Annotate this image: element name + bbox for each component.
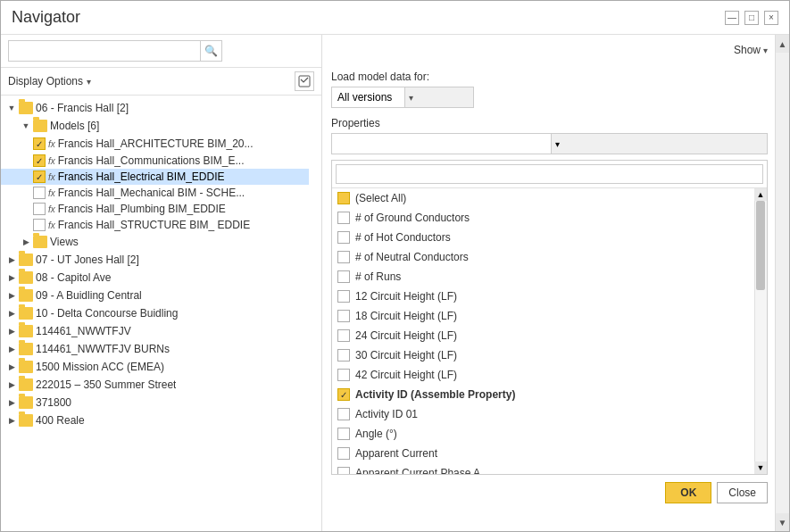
checkbox-activity-id-01[interactable]: [337, 408, 350, 420]
list-item-activity-id[interactable]: ✓ Activity ID (Assemble Property): [332, 385, 767, 404]
tree-item-capitol[interactable]: ▶ 08 - Capitol Ave: [1, 269, 309, 287]
tree-item-models[interactable]: ▼ Models [6]: [1, 117, 309, 135]
checkbox-42circuit[interactable]: [337, 369, 350, 381]
tree-item-comm[interactable]: ✓ fx Francis Hall_Communications BIM_E..…: [1, 153, 309, 169]
checkbox-mech[interactable]: [33, 187, 46, 199]
checkbox-comm[interactable]: ✓: [33, 154, 46, 167]
checkbox-ground-cond[interactable]: [337, 212, 350, 224]
tree-item-arch[interactable]: ✓ fx Francis Hall_ARCHITECTURE BIM_20...: [1, 135, 309, 153]
scroll-up-arrow[interactable]: ▲: [776, 35, 789, 53]
checkbox-plumb[interactable]: [33, 203, 46, 215]
ok-button[interactable]: OK: [665, 482, 711, 503]
tree-label: 1500 Mission ACC (EMEA): [36, 361, 164, 373]
checkbox-24circuit[interactable]: [337, 329, 350, 342]
list-item-neutral-cond[interactable]: # of Neutral Conductors: [332, 247, 767, 267]
maximize-button[interactable]: □: [744, 11, 759, 25]
close-button[interactable]: ×: [764, 11, 778, 25]
list-search-input[interactable]: [336, 164, 763, 184]
show-arrow-icon[interactable]: ▾: [763, 46, 768, 55]
tree-item-222015[interactable]: ▶ 222015 – 350 Summer Street: [1, 376, 309, 394]
list-item-hot-cond[interactable]: # of Hot Conductors: [332, 228, 767, 247]
expand-icon[interactable]: ▼: [4, 101, 19, 115]
expand-icon[interactable]: ▶: [4, 413, 19, 428]
checkbox-30circuit[interactable]: [337, 349, 350, 362]
tree-item-abuidling[interactable]: ▶ 09 - A Buidling Central: [1, 287, 309, 304]
scroll-down-arrow[interactable]: ▼: [776, 513, 789, 531]
expand-icon[interactable]: ▶: [4, 253, 19, 267]
checkbox-select-all[interactable]: [337, 192, 350, 204]
checkbox-activity-id[interactable]: ✓: [337, 388, 350, 401]
expand-icon[interactable]: ▶: [4, 288, 19, 303]
list-item-30circuit[interactable]: 30 Circuit Height (LF): [332, 345, 767, 365]
properties-dropdown[interactable]: ▾: [331, 133, 768, 154]
tree-item-114461burns[interactable]: ▶ 114461_NWWTFJV BURNs: [1, 340, 309, 358]
display-options-button[interactable]: Display Options ▾: [8, 75, 91, 87]
tree-label: 222015 – 350 Summer Street: [36, 378, 176, 391]
search-icon[interactable]: 🔍: [200, 40, 221, 62]
checkbox-angle[interactable]: [337, 428, 350, 440]
list-item-12circuit[interactable]: 12 Circuit Height (LF): [332, 287, 767, 306]
checkbox-runs[interactable]: [337, 270, 350, 283]
checkbox-struct[interactable]: [33, 219, 46, 231]
list-item-activity-id-01[interactable]: Activity ID 01: [332, 404, 767, 424]
tree-item-francis-hall[interactable]: ▼ 06 - Francis Hall [2]: [1, 99, 309, 117]
checkbox-hot-cond[interactable]: [337, 231, 350, 244]
add-icon[interactable]: [295, 71, 314, 91]
expand-icon[interactable]: ▶: [4, 395, 19, 410]
list-item-select-all[interactable]: (Select All): [332, 188, 767, 208]
tree-item-1500mission[interactable]: ▶ 1500 Mission ACC (EMEA): [1, 358, 309, 376]
tree-item-struct[interactable]: fx Francis Hall_STRUCTURE BIM_ EDDIE: [1, 217, 309, 233]
search-box[interactable]: 🔍: [8, 40, 222, 62]
list-scrollbar[interactable]: ▲ ▼: [754, 188, 767, 474]
list-item-ground-cond[interactable]: # of Ground Conductors: [332, 208, 767, 228]
minimize-button[interactable]: —: [725, 11, 739, 25]
properties-section: Properties ▾ (Select All): [331, 117, 768, 475]
tree-item-114461nwwtfjv[interactable]: ▶ 114461_NWWTFJV: [1, 322, 309, 340]
left-panel: 🔍 Display Options ▾: [1, 35, 322, 531]
list-item-18circuit[interactable]: 18 Circuit Height (LF): [332, 306, 767, 326]
version-select[interactable]: All versions ▾: [331, 87, 474, 108]
checkbox-apparent-phase-a[interactable]: [337, 467, 350, 474]
navigator-window: Navigator — □ × 🔍 Display Options ▾: [0, 0, 790, 532]
tree-item-371800[interactable]: ▶ 371800: [1, 394, 309, 411]
show-label: Show: [734, 44, 761, 56]
tree-item-delta[interactable]: ▶ 10 - Delta Concourse Buidling: [1, 304, 309, 322]
expand-icon[interactable]: ▶: [4, 306, 19, 320]
checkbox-arch[interactable]: ✓: [33, 137, 46, 150]
tree-container[interactable]: ▼ 06 - Francis Hall [2] ▼ Models [6]: [1, 96, 321, 531]
tree-item-elec[interactable]: ✓ fx Francis Hall_Electrical BIM_EDDIE: [1, 169, 309, 185]
tree-item-mech[interactable]: fx Francis Hall_Mechanical BIM - SCHE...: [1, 185, 309, 201]
tree-item-views[interactable]: ▶ Views: [1, 233, 309, 251]
search-input[interactable]: [9, 45, 200, 57]
checkbox-neutral-cond[interactable]: [337, 251, 350, 263]
checkbox-apparent-current[interactable]: [337, 447, 350, 460]
expand-icon[interactable]: ▶: [4, 360, 19, 374]
folder-icon: [19, 343, 33, 355]
expand-icon[interactable]: ▼: [19, 119, 33, 133]
list-scroll-up[interactable]: ▲: [754, 188, 767, 201]
expand-icon[interactable]: ▶: [4, 324, 19, 338]
expand-icon[interactable]: ▶: [4, 342, 19, 356]
tree-item-ut-jones[interactable]: ▶ 07 - UT Jones Hall [2]: [1, 251, 309, 269]
close-button[interactable]: Close: [717, 482, 768, 503]
list-item-runs[interactable]: # of Runs: [332, 267, 767, 287]
list-scroll-down[interactable]: ▼: [754, 461, 767, 474]
list-item-42circuit[interactable]: 42 Circuit Height (LF): [332, 365, 767, 385]
checkbox-12circuit[interactable]: [337, 290, 350, 303]
list-item-apparent-current[interactable]: Apparent Current: [332, 444, 767, 463]
properties-dropdown-arrow[interactable]: ▾: [551, 134, 767, 154]
checkbox-18circuit[interactable]: [337, 310, 350, 322]
tree-label: 09 - A Buidling Central: [36, 289, 142, 302]
list-scrollbar-thumb[interactable]: [756, 201, 765, 290]
tree-item-400reale[interactable]: ▶ 400 Reale: [1, 411, 309, 429]
list-item-apparent-phase-a[interactable]: Apparent Current Phase A: [332, 463, 767, 474]
expand-icon[interactable]: ▶: [4, 270, 19, 285]
expand-icon[interactable]: ▶: [19, 235, 33, 249]
checkbox-elec[interactable]: ✓: [33, 170, 46, 183]
list-items-container[interactable]: (Select All) # of Ground Conductors # of…: [332, 188, 767, 474]
tree-item-plumb[interactable]: fx Francis Hall_Plumbing BIM_EDDIE: [1, 201, 309, 217]
list-item-24circuit[interactable]: 24 Circuit Height (LF): [332, 326, 767, 345]
version-dropdown-arrow[interactable]: ▾: [404, 87, 474, 107]
expand-icon[interactable]: ▶: [4, 378, 19, 392]
list-item-angle[interactable]: Angle (°): [332, 424, 767, 444]
